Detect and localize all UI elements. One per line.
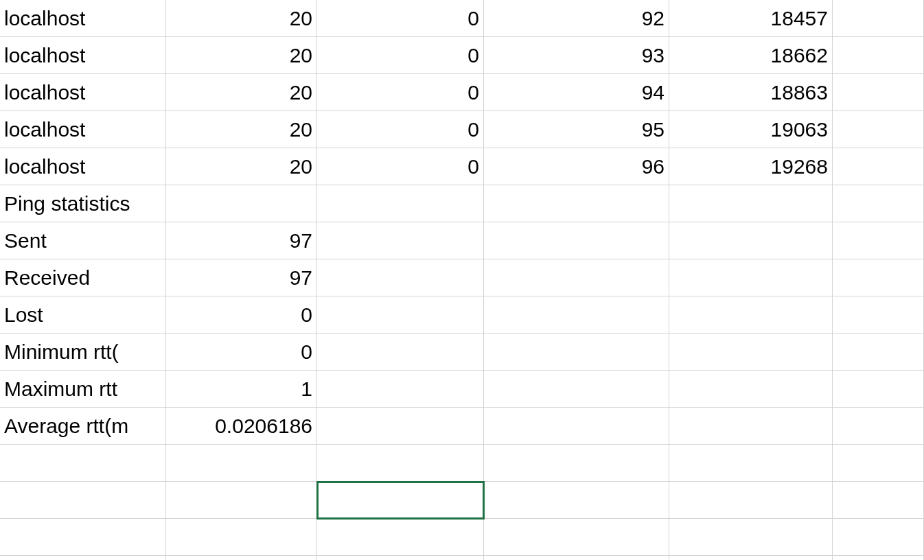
cell-b15[interactable] xyxy=(166,519,317,556)
cell-b6[interactable] xyxy=(166,185,317,222)
cell-e9[interactable] xyxy=(669,296,833,334)
cell-d5[interactable]: 96 xyxy=(484,148,669,185)
cell-f3[interactable] xyxy=(833,74,924,111)
cell-c15[interactable] xyxy=(317,519,484,556)
cell-c16[interactable] xyxy=(317,556,484,560)
cell-c8[interactable] xyxy=(317,259,484,296)
cell-a5[interactable]: localhost xyxy=(0,148,166,185)
cell-f6[interactable] xyxy=(833,185,924,222)
cell-c13[interactable] xyxy=(317,445,484,482)
cell-c1[interactable]: 0 xyxy=(317,0,484,37)
cell-f1[interactable] xyxy=(833,0,924,37)
cell-f13[interactable] xyxy=(833,445,924,482)
cell-f14[interactable] xyxy=(833,482,924,519)
cell-b2[interactable]: 20 xyxy=(166,37,317,74)
cell-c2[interactable]: 0 xyxy=(317,37,484,74)
cell-a15[interactable] xyxy=(0,519,166,556)
cell-e4[interactable]: 19063 xyxy=(669,111,833,148)
cell-d15[interactable] xyxy=(484,519,669,556)
cell-e11[interactable] xyxy=(669,371,833,408)
cell-b13[interactable] xyxy=(166,445,317,482)
cell-d12[interactable] xyxy=(484,408,669,445)
cell-b16[interactable] xyxy=(166,556,317,560)
cell-e3[interactable]: 18863 xyxy=(669,74,833,111)
cell-b14[interactable] xyxy=(166,482,317,519)
cell-b12[interactable]: 0.0206186 xyxy=(166,408,317,445)
cell-f16[interactable] xyxy=(833,556,924,560)
cell-c3[interactable]: 0 xyxy=(317,74,484,111)
cell-b5[interactable]: 20 xyxy=(166,148,317,185)
cell-e8[interactable] xyxy=(669,259,833,296)
cell-d13[interactable] xyxy=(484,445,669,482)
cell-e6[interactable] xyxy=(669,185,833,222)
cell-d10[interactable] xyxy=(484,334,669,371)
cell-b7[interactable]: 97 xyxy=(166,222,317,259)
cell-d16[interactable] xyxy=(484,556,669,560)
cell-d8[interactable] xyxy=(484,259,669,296)
cell-f2[interactable] xyxy=(833,37,924,74)
cell-a14[interactable] xyxy=(0,482,166,519)
cell-e13[interactable] xyxy=(669,445,833,482)
cell-f4[interactable] xyxy=(833,111,924,148)
cell-a2[interactable]: localhost xyxy=(0,37,166,74)
cell-e15[interactable] xyxy=(669,519,833,556)
cell-c6[interactable] xyxy=(317,185,484,222)
cell-f11[interactable] xyxy=(833,371,924,408)
cell-b9[interactable]: 0 xyxy=(166,296,317,334)
cell-f9[interactable] xyxy=(833,296,924,334)
cell-e2[interactable]: 18662 xyxy=(669,37,833,74)
cell-d7[interactable] xyxy=(484,222,669,259)
cell-d3[interactable]: 94 xyxy=(484,74,669,111)
cell-c4[interactable]: 0 xyxy=(317,111,484,148)
cell-d11[interactable] xyxy=(484,371,669,408)
cell-a1[interactable]: localhost xyxy=(0,0,166,37)
cell-e12[interactable] xyxy=(669,408,833,445)
cell-a3[interactable]: localhost xyxy=(0,74,166,111)
cell-c10[interactable] xyxy=(317,334,484,371)
cell-c7[interactable] xyxy=(317,222,484,259)
cell-f5[interactable] xyxy=(833,148,924,185)
cell-a13[interactable] xyxy=(0,445,166,482)
cell-f15[interactable] xyxy=(833,519,924,556)
cell-f12[interactable] xyxy=(833,408,924,445)
cell-d2[interactable]: 93 xyxy=(484,37,669,74)
cell-b11[interactable]: 1 xyxy=(166,371,317,408)
cell-d9[interactable] xyxy=(484,296,669,334)
cell-d14[interactable] xyxy=(484,482,669,519)
cell-a8[interactable]: Received xyxy=(0,259,166,296)
cell-d6[interactable] xyxy=(484,185,669,222)
cell-b3[interactable]: 20 xyxy=(166,74,317,111)
cell-b8[interactable]: 97 xyxy=(166,259,317,296)
cell-e7[interactable] xyxy=(669,222,833,259)
cell-a12[interactable]: Average rtt(m xyxy=(0,408,166,445)
cell-c12[interactable] xyxy=(317,408,484,445)
cell-c5[interactable]: 0 xyxy=(317,148,484,185)
cell-e1[interactable]: 18457 xyxy=(669,0,833,37)
cell-e16[interactable] xyxy=(669,556,833,560)
cell-b1[interactable]: 20 xyxy=(166,0,317,37)
cell-a4[interactable]: localhost xyxy=(0,111,166,148)
cell-e5[interactable]: 19268 xyxy=(669,148,833,185)
cell-c11[interactable] xyxy=(317,371,484,408)
cell-a10[interactable]: Minimum rtt( xyxy=(0,334,166,371)
cell-d1[interactable]: 92 xyxy=(484,0,669,37)
cell-b10[interactable]: 0 xyxy=(166,334,317,371)
cell-a7[interactable]: Sent xyxy=(0,222,166,259)
cell-b4[interactable]: 20 xyxy=(166,111,317,148)
spreadsheet-grid[interactable]: localhost 20 0 92 18457 localhost 20 0 9… xyxy=(0,0,924,560)
cell-f10[interactable] xyxy=(833,334,924,371)
cell-a9[interactable]: Lost xyxy=(0,296,166,334)
cell-c14-selected[interactable] xyxy=(317,482,484,519)
cell-e10[interactable] xyxy=(669,334,833,371)
cell-d4[interactable]: 95 xyxy=(484,111,669,148)
cell-a11[interactable]: Maximum rtt xyxy=(0,371,166,408)
cell-a16[interactable] xyxy=(0,556,166,560)
cell-e14[interactable] xyxy=(669,482,833,519)
cell-a6[interactable]: Ping statistics xyxy=(0,185,166,222)
cell-f7[interactable] xyxy=(833,222,924,259)
cell-f8[interactable] xyxy=(833,259,924,296)
cell-c9[interactable] xyxy=(317,296,484,334)
